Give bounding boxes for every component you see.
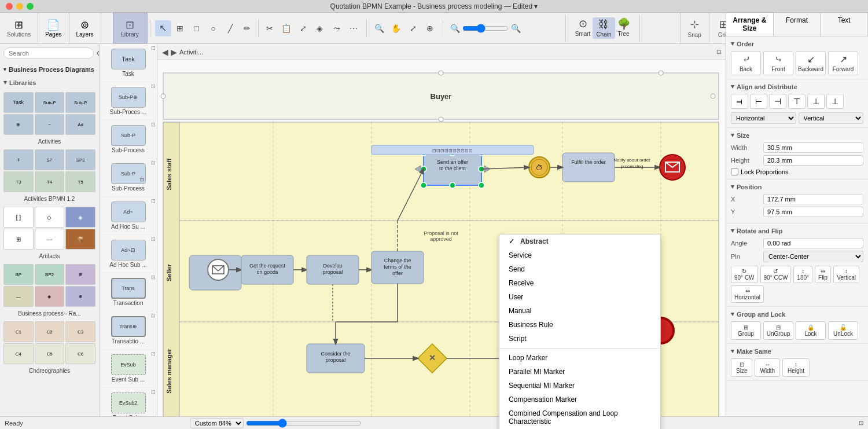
shape-item[interactable]: ◇ xyxy=(35,207,65,228)
shape-item[interactable]: ⊕ xyxy=(3,114,34,135)
extra-tool[interactable]: ⋯ xyxy=(345,20,362,36)
horizontal-distribute[interactable]: Horizontal Vertical xyxy=(731,112,796,124)
make-same-height-btn[interactable]: ↕ Height xyxy=(782,358,810,377)
transaction-panel-item1[interactable]: ⊡ Trans Transaction xyxy=(100,273,157,311)
shape-item[interactable]: C1 xyxy=(3,321,34,342)
canvas-area[interactable]: Buyer Sales staff Seller Sales manager xyxy=(157,60,726,429)
rect-tool[interactable]: □ xyxy=(189,20,205,36)
pin-select[interactable]: Center-Center Top-Left Top-Right Bottom-… xyxy=(763,251,863,262)
smart-layout-btn[interactable]: ⊙ Smart xyxy=(575,17,591,39)
fit-tool[interactable]: ⤢ xyxy=(405,20,421,36)
align-center-btn[interactable]: ⊢ xyxy=(750,94,767,109)
menu-item-manual[interactable]: Manual xyxy=(499,304,660,318)
tab-arrange[interactable]: Arrange & Size xyxy=(726,13,774,36)
shape-item[interactable]: 📦 xyxy=(65,229,95,250)
shape-item[interactable]: SP2 xyxy=(65,149,95,170)
make-same-size-btn[interactable]: ⊡ Size xyxy=(731,358,752,377)
shape-item[interactable]: SP xyxy=(35,149,65,170)
menu-item-business-rule[interactable]: Business Rule xyxy=(499,318,660,332)
curve-tool[interactable]: ⤳ xyxy=(329,20,345,36)
pages-button[interactable]: 📄 Pages xyxy=(38,13,69,43)
connect-tool[interactable]: ⤢ xyxy=(295,20,311,36)
align-right-btn[interactable]: ⊣ xyxy=(769,94,786,109)
eyedrop-tool[interactable]: ⊕ xyxy=(422,20,438,36)
expand-canvas-btn[interactable]: ⊡ xyxy=(859,420,863,426)
backward-btn[interactable]: ↙ Backward xyxy=(796,51,826,75)
forward-btn[interactable]: ↗ Forward xyxy=(828,51,858,75)
menu-item-compensation[interactable]: Compensation Marker xyxy=(499,393,660,406)
event-sub-panel-item1[interactable]: ⊡ EvSub Event Sub ... xyxy=(100,350,157,388)
rotate-180-btn[interactable]: ↕ 180° xyxy=(793,266,812,283)
align-top-btn[interactable]: ⊤ xyxy=(788,94,806,109)
group-btn[interactable]: ⊞ Group xyxy=(731,321,761,340)
tab-text[interactable]: Text xyxy=(821,13,868,36)
align-bottom-btn[interactable]: ⊥ xyxy=(826,94,844,109)
height-input[interactable] xyxy=(763,155,863,166)
canvas-hscroll[interactable] xyxy=(246,419,362,428)
flip-vertical-btn[interactable]: ↕ Vertical xyxy=(833,266,859,283)
lock-btn[interactable]: 🔒 Lock xyxy=(796,321,826,340)
rotate-90ccw-btn[interactable]: ↺ 90° CCW xyxy=(760,266,792,283)
make-same-width-btn[interactable]: ↔ Width xyxy=(755,358,780,377)
search-input[interactable] xyxy=(3,47,94,59)
align-middle-btn[interactable]: ⊥ xyxy=(807,94,825,109)
shape-item[interactable]: C2 xyxy=(35,321,65,342)
chain-layout-btn[interactable]: ⛓ Chain xyxy=(593,17,615,39)
nav-forward-btn[interactable]: ▶ xyxy=(171,47,177,57)
close-button[interactable] xyxy=(6,3,13,10)
menu-item-combined-comp[interactable]: Combined Compensation and Loop Character… xyxy=(499,406,660,428)
shape-item[interactable]: — xyxy=(35,229,65,250)
shape-item[interactable]: BP2 xyxy=(35,264,65,285)
adhoc-panel-item1[interactable]: ⊡ Ad~ Ad Hoc Su ... xyxy=(100,197,157,235)
pan-tool[interactable]: ✋ xyxy=(388,20,404,36)
task-panel-item[interactable]: ⊡ Task Task xyxy=(100,44,157,82)
shape-item[interactable]: ◈ xyxy=(65,207,95,228)
rotate-90cw-btn[interactable]: ↻ 90° CW xyxy=(731,266,758,283)
shape-item[interactable]: ◈ xyxy=(35,286,65,307)
line-tool[interactable]: ╱ xyxy=(222,20,238,36)
shape-item[interactable]: ⊕ xyxy=(65,286,95,307)
zoom-minus[interactable]: 🔍 xyxy=(450,24,460,33)
select-tool[interactable]: ↖ xyxy=(155,20,171,36)
shape-item[interactable]: Ad xyxy=(65,114,95,135)
shape-item[interactable]: Sub-P xyxy=(65,92,95,113)
flip-btn[interactable]: ⇔ Flip xyxy=(815,266,831,283)
shape-item[interactable]: ⊞ xyxy=(3,229,34,250)
align-left-btn[interactable]: ⫤ xyxy=(731,94,748,109)
subprocess-panel-item2[interactable]: ⊡ Sub-P Sub-Process xyxy=(100,120,157,159)
transaction-panel-item2[interactable]: ⊡ Trans⊕ Transactio ... xyxy=(100,311,157,350)
solutions-button[interactable]: ⊞ Solutions xyxy=(0,13,38,43)
shape-item[interactable]: Task xyxy=(3,92,34,113)
menu-item-sequential-mi[interactable]: Sequential MI Marker xyxy=(499,379,660,393)
pen-tool[interactable]: ✏ xyxy=(239,20,255,36)
angle-input[interactable] xyxy=(763,238,863,248)
waypoint-tool[interactable]: ◈ xyxy=(312,20,328,36)
shape-item[interactable]: C3 xyxy=(65,321,95,342)
menu-item-abstract[interactable]: Abstract xyxy=(499,234,660,248)
menu-item-loop-marker[interactable]: Loop Marker xyxy=(499,351,660,365)
paste-tool[interactable]: 📋 xyxy=(278,20,295,36)
menu-item-service[interactable]: Service xyxy=(499,248,660,262)
shape-item[interactable]: C5 xyxy=(35,343,65,364)
width-input[interactable] xyxy=(763,142,863,153)
table-tool[interactable]: ⊞ xyxy=(172,20,188,36)
shape-item[interactable]: C4 xyxy=(3,343,34,364)
minimize-button[interactable] xyxy=(16,3,23,10)
adhoc-panel-item2[interactable]: ⊡ Ad~⊡ Ad Hoc Sub ... xyxy=(100,235,157,273)
shape-item[interactable]: Sub-P xyxy=(35,92,65,113)
lock-checkbox[interactable] xyxy=(731,168,738,175)
back-btn[interactable]: ⤶ Back xyxy=(731,51,761,75)
zoom-plus[interactable]: 🔍 xyxy=(511,24,521,33)
zoom-slider[interactable] xyxy=(462,24,509,33)
snap-button[interactable]: ⊹ Snap xyxy=(680,13,709,43)
shape-item[interactable]: T3 xyxy=(3,171,34,192)
menu-item-receive[interactable]: Receive xyxy=(499,276,660,290)
tree-layout-btn[interactable]: 🌳 Tree xyxy=(617,17,630,39)
ungroup-btn[interactable]: ⊟ UnGroup xyxy=(763,321,793,340)
shape-item[interactable]: BP xyxy=(3,264,34,285)
layers-button[interactable]: ⊚ Layers xyxy=(69,13,101,43)
shape-item[interactable]: C6 xyxy=(65,343,95,364)
shape-item[interactable]: [ ] xyxy=(3,207,34,228)
vertical-distribute[interactable]: Vertical Horizontal xyxy=(799,112,864,124)
menu-item-send[interactable]: Send xyxy=(499,262,660,276)
